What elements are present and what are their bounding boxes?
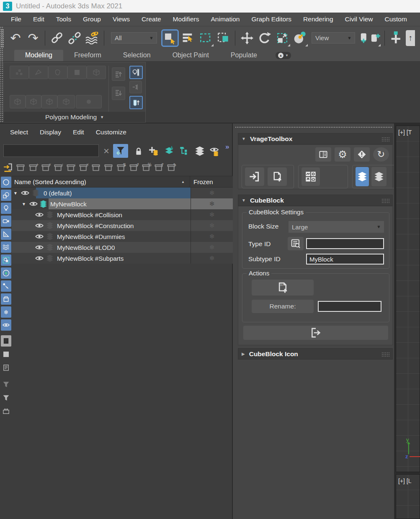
use-selection-center-button[interactable]: [370, 29, 381, 47]
reload-container-button[interactable]: ↺: [128, 162, 139, 173]
menu-animation[interactable]: Animation: [205, 15, 245, 23]
rollout-grip[interactable]: [381, 137, 390, 142]
explorer-mode-list-button[interactable]: [1, 335, 11, 347]
preview-subobject-button[interactable]: [10, 95, 26, 108]
column-header-frozen[interactable]: Frozen: [190, 176, 233, 187]
open-container-button[interactable]: [90, 162, 101, 173]
toolbar-overflow-chevron[interactable]: »: [225, 143, 229, 151]
display-hidden-toggle[interactable]: [1, 319, 11, 331]
documentation-button[interactable]: [315, 147, 331, 162]
clean-layers-button[interactable]: [371, 167, 387, 186]
inherit-container-button[interactable]: [15, 162, 26, 173]
save-container-button[interactable]: [103, 162, 114, 173]
type-id-browse-button[interactable]: [288, 237, 304, 250]
eye-icon[interactable]: [21, 188, 29, 198]
block-size-dropdown[interactable]: Large ▼: [289, 221, 384, 233]
se-menu-display[interactable]: Display: [34, 128, 67, 136]
type-id-input[interactable]: [306, 238, 384, 249]
undo-button[interactable]: ↶: [7, 29, 24, 47]
soft-selection-button[interactable]: [76, 95, 102, 108]
export-block-button[interactable]: [243, 326, 388, 340]
close-container-button[interactable]: ×: [78, 162, 89, 173]
filter-selected-button[interactable]: [113, 144, 128, 158]
select-by-name-button[interactable]: [180, 29, 196, 47]
redo-button[interactable]: ↷: [25, 29, 41, 47]
update-container-button[interactable]: ⇅: [116, 162, 126, 173]
element-mode-button[interactable]: [87, 66, 106, 79]
menu-rendering[interactable]: Rendering: [297, 15, 339, 23]
rectangular-selection-region-button[interactable]: [197, 29, 214, 47]
toggle-shaded-faces-button[interactable]: [129, 66, 143, 79]
add-lod-button[interactable]: LOD: [252, 280, 314, 295]
display-containers-toggle[interactable]: [1, 293, 11, 305]
menu-civil-view[interactable]: Civil View: [339, 15, 379, 23]
select-and-scale-button[interactable]: [274, 29, 291, 47]
frozen-cell[interactable]: ❄: [191, 242, 233, 253]
select-object-button[interactable]: [161, 29, 179, 47]
display-lights-toggle[interactable]: [1, 203, 11, 214]
new-block-button[interactable]: [268, 167, 287, 186]
menu-graph-editors[interactable]: Graph Editors: [245, 15, 297, 23]
expand-icon[interactable]: ▼: [13, 188, 18, 198]
polygon-modeling-panel-title[interactable]: Polygon Modeling ▼: [4, 112, 145, 122]
unlink-selection-button[interactable]: [66, 29, 83, 47]
table-row[interactable]: MyNewBlock #Subparts ❄: [12, 253, 233, 264]
about-button[interactable]: [354, 147, 370, 162]
frozen-cell[interactable]: ❄: [191, 253, 233, 264]
eye-icon[interactable]: [35, 231, 44, 242]
display-bones-toggle[interactable]: [1, 280, 11, 292]
snaps-toggle-button[interactable]: [388, 29, 405, 47]
use-pivot-center-button[interactable]: [291, 29, 308, 47]
border-mode-button[interactable]: [48, 66, 67, 79]
se-menu-edit[interactable]: Edit: [67, 128, 90, 136]
merge-container-button[interactable]: ↱: [153, 162, 164, 173]
pick-container-button[interactable]: [3, 162, 13, 173]
display-helpers-toggle[interactable]: [1, 229, 11, 240]
table-row[interactable]: MyNewBlock #Collision ❄: [12, 209, 233, 220]
reference-coordinate-dropdown[interactable]: View ▼: [312, 32, 355, 44]
frozen-cell[interactable]: ❄: [191, 188, 233, 198]
nest-layer-button[interactable]: [178, 145, 191, 157]
vertex-mode-button[interactable]: [10, 66, 29, 79]
tab-selection[interactable]: Selection: [112, 50, 162, 61]
reload-button[interactable]: ↻: [373, 147, 389, 162]
collapse-stack-up-button[interactable]: [112, 67, 125, 81]
column-header-name[interactable]: Name (Sorted Ascending): [12, 178, 181, 185]
display-geometry-toggle[interactable]: [1, 177, 11, 188]
eye-icon[interactable]: [35, 242, 44, 253]
select-and-link-button[interactable]: [49, 29, 65, 47]
unload-container-button[interactable]: ↑: [53, 162, 64, 173]
container-filter-button[interactable]: [1, 406, 11, 417]
viewport-bottom[interactable]: [+] [L: [396, 474, 420, 519]
table-row[interactable]: MyNewBlock #Construction ❄: [12, 220, 233, 231]
table-row[interactable]: MyNewBlock #LOD0 ❄: [12, 242, 233, 253]
rollout-header-cubeblock-icon[interactable]: ▶ CubeBlock Icon: [238, 348, 393, 360]
frozen-cell[interactable]: ❄: [191, 198, 233, 209]
display-xrefs-toggle[interactable]: [1, 267, 11, 279]
panel-drag-handle[interactable]: [235, 127, 392, 128]
menu-views[interactable]: Views: [107, 15, 136, 23]
filter-button[interactable]: [1, 392, 11, 403]
lock-explorer-button[interactable]: [132, 145, 145, 157]
menu-modifiers[interactable]: Modifiers: [167, 15, 205, 23]
display-frozen-toggle[interactable]: ❄: [1, 306, 11, 318]
asset-browser-button[interactable]: [301, 167, 320, 186]
override-rules-button[interactable]: %: [141, 162, 152, 173]
menu-customize[interactable]: Custom: [379, 15, 413, 23]
select-and-move-button[interactable]: [239, 29, 255, 47]
edit-container-button[interactable]: ✎: [166, 162, 177, 173]
edge-mode-button[interactable]: [29, 66, 48, 79]
viewport-top[interactable]: [+] [T y z: [396, 126, 420, 472]
explorer-mode-flat-button[interactable]: [1, 349, 11, 360]
se-menu-customize[interactable]: Customize: [90, 128, 132, 136]
show-end-result-button[interactable]: [129, 96, 143, 109]
display-cameras-toggle[interactable]: [1, 216, 11, 227]
subtype-id-input[interactable]: [306, 254, 384, 265]
frozen-cell[interactable]: ❄: [191, 209, 233, 220]
selection-filter-dropdown[interactable]: All ▼: [111, 32, 157, 44]
window-crossing-toggle[interactable]: [215, 29, 232, 47]
menu-edit[interactable]: Edit: [27, 15, 50, 23]
polygon-mode-button[interactable]: [67, 66, 87, 79]
menu-group[interactable]: Group: [77, 15, 107, 23]
rename-button[interactable]: Rename:: [252, 300, 314, 313]
